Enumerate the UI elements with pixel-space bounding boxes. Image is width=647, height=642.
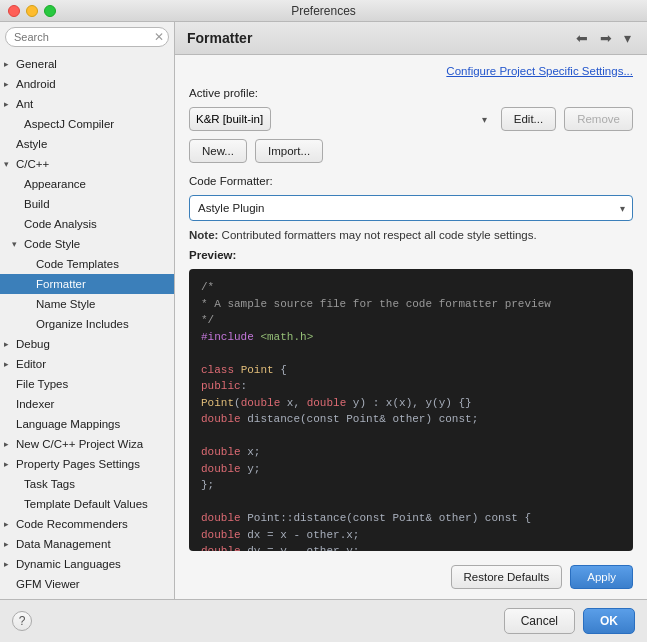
maximize-button[interactable] [44,5,56,17]
window-title: Preferences [291,4,356,18]
code-line: double x; [201,444,621,461]
code-token: ( [234,397,241,409]
sidebar-item-language-mappings[interactable]: Language Mappings [0,414,174,434]
panel-actions: Restore Defaults Apply [189,559,633,589]
sidebar-label-data-management: Data Management [16,536,111,552]
sidebar-item-editor[interactable]: Editor [0,354,174,374]
sidebar-label-indexer: Indexer [16,396,54,412]
code-line: double y; [201,461,621,478]
active-profile-label: Active profile: [189,87,258,99]
sidebar-item-code-analysis[interactable]: Code Analysis [0,214,174,234]
sidebar-item-dynamic-languages[interactable]: Dynamic Languages [0,554,174,574]
tree-arrow-android [4,76,16,92]
code-token: public [201,380,241,392]
tree-arrow-new-cpp [4,436,16,452]
sidebar-label-file-types: File Types [16,376,68,392]
sidebar: ✕ GeneralAndroidAntAspectJ CompilerAstyl… [0,22,175,599]
sidebar-label-debug: Debug [16,336,50,352]
sidebar-label-aspectj: AspectJ Compiler [24,116,114,132]
tree-arrow-dynamic-languages [4,556,16,572]
formatter-select[interactable]: Astyle Plugin [189,195,633,221]
new-import-row: New... Import... [189,139,633,163]
sidebar-item-new-cpp[interactable]: New C/C++ Project Wiza [0,434,174,454]
right-panel: Formatter ⬅ ➡ ▾ Configure Project Specif… [175,22,647,599]
code-token: #include [201,331,254,343]
code-token: y; [241,463,261,475]
forward-icon[interactable]: ➡ [596,28,616,48]
sidebar-item-property-pages[interactable]: Property Pages Settings [0,454,174,474]
sidebar-item-debug[interactable]: Debug [0,334,174,354]
code-token: double [201,512,241,524]
tree-arrow-code-recommenders [4,516,16,532]
bottom-bar: ? Cancel OK [0,599,647,642]
configure-link[interactable]: Configure Project Specific Settings... [189,65,633,77]
sidebar-item-formatter[interactable]: Formatter [0,274,174,294]
code-token [234,364,241,376]
code-line: /* [201,279,621,296]
code-preview: /* * A sample source file for the code f… [189,269,633,551]
import-button[interactable]: Import... [255,139,323,163]
formatter-select-wrapper: Astyle Plugin [189,195,633,221]
code-line: }; [201,477,621,494]
sidebar-item-astyle[interactable]: Astyle [0,134,174,154]
code-line: * A sample source file for the code form… [201,296,621,313]
sidebar-label-cpp: C/C++ [16,156,49,172]
sidebar-item-general[interactable]: General [0,54,174,74]
edit-button[interactable]: Edit... [501,107,556,131]
code-token: * A sample source file for the code form… [201,298,551,310]
sidebar-label-name-style: Name Style [36,296,95,312]
code-line [201,345,621,362]
code-line: double distance(const Point& other) cons… [201,411,621,428]
sidebar-item-task-tags[interactable]: Task Tags [0,474,174,494]
sidebar-item-gfm-viewer[interactable]: GFM Viewer [0,574,174,594]
restore-defaults-button[interactable]: Restore Defaults [451,565,563,589]
dropdown-icon[interactable]: ▾ [620,28,635,48]
cancel-button[interactable]: Cancel [504,608,575,634]
close-button[interactable] [8,5,20,17]
profile-select[interactable]: K&R [built-in] [189,107,271,131]
code-token: double [201,463,241,475]
sidebar-item-cpp[interactable]: C/C++ [0,154,174,174]
code-formatter-label: Code Formatter: [189,175,633,187]
sidebar-label-android: Android [16,76,56,92]
sidebar-item-template-default[interactable]: Template Default Values [0,494,174,514]
sidebar-item-android[interactable]: Android [0,74,174,94]
sidebar-item-build[interactable]: Build [0,194,174,214]
code-line: double dx = x - other.x; [201,527,621,544]
panel-title: Formatter [187,30,252,46]
sidebar-item-organize-includes[interactable]: Organize Includes [0,314,174,334]
code-token: y) : x(x), y(y) {} [346,397,471,409]
sidebar-item-data-management[interactable]: Data Management [0,534,174,554]
minimize-button[interactable] [26,5,38,17]
sidebar-label-dynamic-languages: Dynamic Languages [16,556,121,572]
ok-button[interactable]: OK [583,608,635,634]
search-input[interactable] [5,27,169,47]
sidebar-item-name-style[interactable]: Name Style [0,294,174,314]
code-line [201,494,621,511]
code-token: double [307,397,347,409]
code-token: dx = x - other.x; [241,529,360,541]
remove-button[interactable]: Remove [564,107,633,131]
code-token: class [201,364,234,376]
back-icon[interactable]: ⬅ [572,28,592,48]
code-token: double [241,397,281,409]
sidebar-item-file-types[interactable]: File Types [0,374,174,394]
new-button[interactable]: New... [189,139,247,163]
sidebar-item-ant[interactable]: Ant [0,94,174,114]
apply-button[interactable]: Apply [570,565,633,589]
sidebar-item-code-templates[interactable]: Code Templates [0,254,174,274]
sidebar-item-appearance[interactable]: Appearance [0,174,174,194]
code-line: double Point::distance(const Point& othe… [201,510,621,527]
sidebar-label-ant: Ant [16,96,33,112]
search-clear-icon[interactable]: ✕ [154,30,164,44]
sidebar-label-organize-includes: Organize Includes [36,316,129,332]
help-button[interactable]: ? [12,611,32,631]
sidebar-item-code-style[interactable]: Code Style [0,234,174,254]
tree-arrow-general [4,56,16,72]
sidebar-label-gfm-viewer: GFM Viewer [16,576,80,592]
profile-select-wrapper: K&R [built-in] [189,107,493,131]
bottom-right: Cancel OK [504,608,635,634]
sidebar-item-indexer[interactable]: Indexer [0,394,174,414]
sidebar-item-code-recommenders[interactable]: Code Recommenders [0,514,174,534]
sidebar-item-aspectj[interactable]: AspectJ Compiler [0,114,174,134]
